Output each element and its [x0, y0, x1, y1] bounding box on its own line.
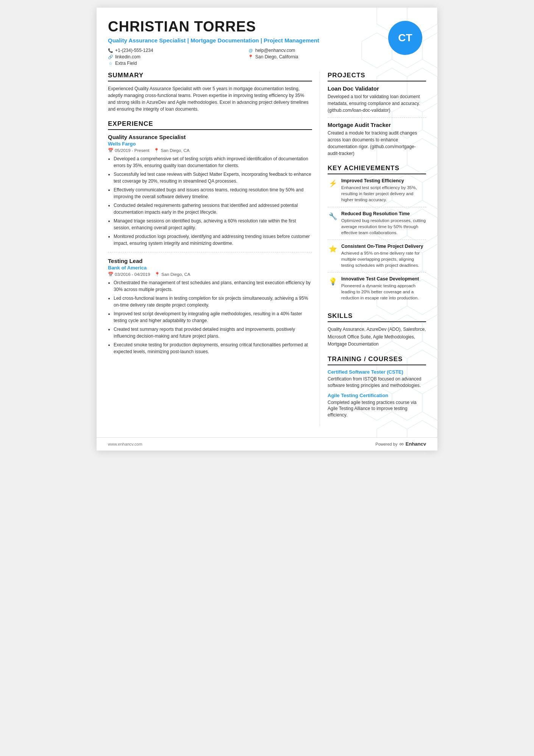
job-2-bullet-1: Orchestrated the management of test sche… [114, 279, 312, 293]
skills-section: SKILLS Quality Assurance, AzureDev (ADO)… [328, 312, 426, 348]
achievement-4-title: Innovative Test Case Development [341, 276, 426, 282]
achievement-3-icon: ⭐ [328, 244, 338, 254]
location-value: San Diego, California [255, 54, 298, 59]
email-icon: @ [248, 48, 253, 53]
contact-phone: 📞 +1-(234)-555-1234 [108, 48, 248, 53]
job-1-bullet-3: Effectively communicated bugs and issues… [114, 186, 312, 200]
contact-extra: ☆ Extra Field [108, 61, 248, 66]
achievement-4-desc: Pioneered a dynamic testing approach lea… [341, 283, 426, 301]
achievement-1-content: Improved Testing Efficiency Enhanced tes… [341, 178, 426, 203]
skills-title: SKILLS [328, 312, 426, 322]
achievements-section: KEY ACHIEVEMENTS ⚡ Improved Testing Effi… [328, 164, 426, 305]
contact-location: 📍 San Diego, California [248, 54, 388, 59]
location-pin-icon: 📍 [154, 148, 159, 153]
training-section: TRAINING / COURSES Certified Software Te… [328, 355, 426, 418]
footer-website: www.enhancv.com [108, 442, 142, 446]
col-left: SUMMARY Experienced Quality Assurance Sp… [97, 72, 320, 426]
course-2-title: Agile Testing Certification [328, 393, 426, 398]
job-2-bullets: Orchestrated the management of test sche… [108, 279, 312, 355]
footer: www.enhancv.com Powered by ∞ Enhancv [97, 437, 437, 451]
job-2-company: Bank of America [108, 265, 312, 271]
resume-content: CHRISTIAN TORRES Quality Assurance Speci… [97, 8, 437, 451]
project-separator [328, 117, 426, 118]
header-left: CHRISTIAN TORRES Quality Assurance Speci… [108, 19, 388, 66]
avatar: CT [388, 21, 422, 55]
job-1-bullet-1: Developed a comprehensive set of testing… [114, 155, 312, 169]
job-1: Quality Assurance Specialist Wells Fargo… [108, 134, 312, 247]
job-2-dates: 📅 03/2016 - 04/2019 [108, 272, 150, 277]
achievement-2: 🔧 Reduced Bug Resolution Time Optimized … [328, 211, 426, 240]
linkedin-value: linkedin.com [115, 54, 141, 59]
training-title: TRAINING / COURSES [328, 355, 426, 365]
summary-section: SUMMARY Experienced Quality Assurance Sp… [108, 72, 312, 113]
skills-text: Quality Assurance, AzureDev (ADO), Sales… [328, 326, 426, 348]
project-1-title: Loan Doc Validator [328, 85, 426, 92]
header-section: CHRISTIAN TORRES Quality Assurance Speci… [97, 8, 437, 72]
achievement-3: ⭐ Consistent On-Time Project Delivery Ac… [328, 244, 426, 272]
location-icon: 📍 [248, 55, 253, 59]
job-2-title: Testing Lead [108, 258, 312, 264]
achievements-title: KEY ACHIEVEMENTS [328, 164, 426, 174]
job-2-bullet-5: Executed smoke testing for production de… [114, 341, 312, 355]
two-col-layout: SUMMARY Experienced Quality Assurance Sp… [97, 72, 437, 437]
contact-col-left: 📞 +1-(234)-555-1234 🔗 linkedin.com ☆ Ext… [108, 48, 248, 66]
contact-email: @ help@enhancv.com [248, 48, 388, 53]
experience-title: EXPERIENCE [108, 120, 312, 130]
resume-wrapper: CHRISTIAN TORRES Quality Assurance Speci… [97, 8, 437, 451]
calendar-icon-2: 📅 [108, 272, 113, 277]
job-1-bullet-2: Successfully led test case reviews with … [114, 171, 312, 185]
candidate-title: Quality Assurance Specialist | Mortgage … [108, 37, 388, 44]
job-2-bullet-4: Created test summary reports that provid… [114, 326, 312, 340]
achievement-2-content: Reduced Bug Resolution Time Optimized bu… [341, 211, 426, 236]
job-1-dates: 📅 05/2019 - Present [108, 148, 149, 153]
job-2-bullet-3: Improved test script development by inte… [114, 310, 312, 324]
achievement-3-desc: Achieved a 95% on-time delivery rate for… [341, 250, 426, 268]
job-1-bullet-5: Managed triage sessions on identified bu… [114, 218, 312, 231]
contact-info: 📞 +1-(234)-555-1234 🔗 linkedin.com ☆ Ext… [108, 48, 388, 66]
project-2-title: Mortgage Audit Tracker [328, 122, 426, 128]
powered-by-label: Powered by [375, 442, 397, 446]
col-right: PROJECTS Loan Doc Validator Developed a … [320, 72, 437, 426]
job-2-meta: 📅 03/2016 - 04/2019 📍 San Diego, CA [108, 272, 312, 277]
achievement-4-content: Innovative Test Case Development Pioneer… [341, 276, 426, 301]
projects-title: PROJECTS [328, 72, 426, 81]
achievement-2-title: Reduced Bug Resolution Time [341, 211, 426, 216]
contact-col-right: @ help@enhancv.com 📍 San Diego, Californ… [248, 48, 388, 66]
candidate-name: CHRISTIAN TORRES [108, 19, 388, 35]
achievement-1-desc: Enhanced test script efficiency by 35%, … [341, 185, 426, 203]
star-icon: ☆ [108, 61, 113, 66]
projects-section: PROJECTS Loan Doc Validator Developed a … [328, 72, 426, 157]
job-1-bullet-6: Monitored production logs proactively, i… [114, 233, 312, 247]
enhancv-icon: ∞ [399, 441, 403, 448]
job-2-bullet-2: Led cross-functional teams in testing co… [114, 295, 312, 308]
summary-text: Experienced Quality Assurance Specialist… [108, 85, 312, 113]
contact-linkedin: 🔗 linkedin.com [108, 54, 248, 59]
extra-value: Extra Field [115, 61, 137, 66]
job-2: Testing Lead Bank of America 📅 03/2016 -… [108, 258, 312, 355]
achievement-4: 💡 Innovative Test Case Development Pione… [328, 276, 426, 305]
brand-name: Enhancv [406, 441, 426, 447]
job-1-bullets: Developed a comprehensive set of testing… [108, 155, 312, 247]
email-value: help@enhancv.com [255, 48, 295, 53]
job-2-location: 📍 San Diego, CA [155, 272, 190, 277]
achievement-1-title: Improved Testing Efficiency [341, 178, 426, 183]
experience-section: EXPERIENCE Quality Assurance Specialist … [108, 120, 312, 355]
project-2: Mortgage Audit Tracker Created a module … [328, 122, 426, 157]
achievement-1: ⚡ Improved Testing Efficiency Enhanced t… [328, 178, 426, 207]
job-1-location: 📍 San Diego, CA [154, 148, 189, 153]
project-2-desc: Created a module for tracking audit chan… [328, 130, 426, 157]
location-pin-icon-2: 📍 [155, 272, 160, 277]
calendar-icon: 📅 [108, 148, 113, 153]
achievement-2-icon: 🔧 [328, 211, 338, 222]
job-1-bullet-4: Conducted detailed requirements gatherin… [114, 202, 312, 216]
course-1-desc: Certification from ISTQB focused on adva… [328, 376, 426, 389]
achievement-3-title: Consistent On-Time Project Delivery [341, 244, 426, 249]
course-1-title: Certified Software Tester (CSTE) [328, 369, 426, 375]
linkedin-icon: 🔗 [108, 55, 113, 59]
achievement-4-icon: 💡 [328, 276, 338, 287]
project-1-desc: Developed a tool for validating loan doc… [328, 93, 426, 114]
footer-logo: Powered by ∞ Enhancv [375, 441, 426, 448]
job-1-title: Quality Assurance Specialist [108, 134, 312, 140]
summary-title: SUMMARY [108, 72, 312, 81]
phone-icon: 📞 [108, 48, 113, 53]
